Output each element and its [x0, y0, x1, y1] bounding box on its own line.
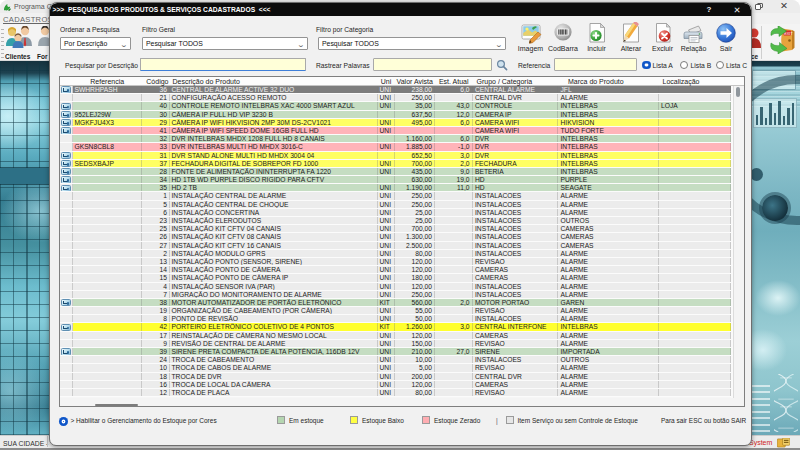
svg-text:EXIT: EXIT	[784, 32, 793, 36]
